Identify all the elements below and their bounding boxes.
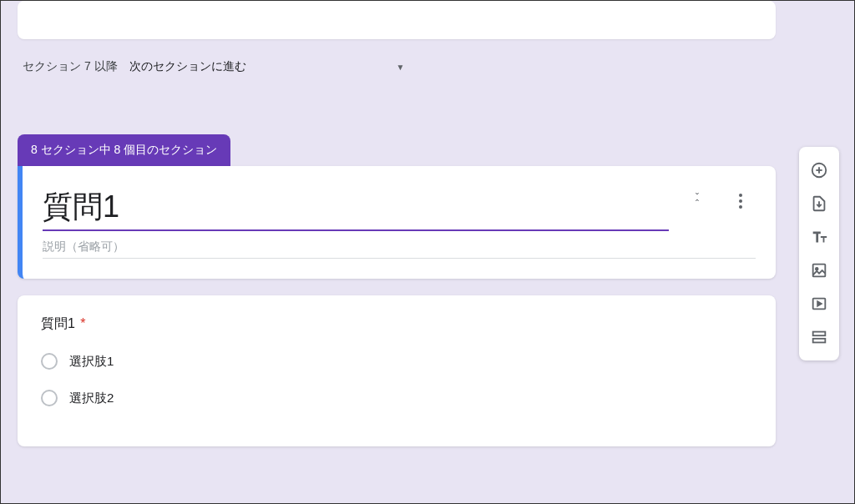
section-nav-dropdown[interactable]: 次のセクションに進む ▼ [129,59,405,74]
add-question-button[interactable] [802,154,836,187]
svg-point-5 [816,268,818,270]
radio-icon [41,390,58,406]
radio-icon [41,353,58,370]
add-video-button[interactable] [802,287,836,320]
question-title-text: 質問1 [41,316,75,330]
section-description-input[interactable] [43,231,756,259]
option-label: 選択肢2 [69,391,114,406]
section-navigation: セクション 7 以降 次のセクションに進む ▼ [18,49,776,94]
section-nav-label: セクション 7 以降 [23,59,118,74]
add-section-icon [810,328,828,346]
question-title: 質問1 * [41,315,752,333]
section-header-card[interactable]: ˇˆ [18,166,776,279]
section-nav-dropdown-value: 次のセクションに進む [129,59,246,74]
add-image-button[interactable] [802,254,836,287]
floating-toolbar [799,147,839,360]
option-label: 選択肢1 [69,354,114,370]
option-row[interactable]: 選択肢2 [41,390,752,406]
chevron-down-icon: ▼ [397,63,405,72]
text-title-icon [810,228,828,246]
question-card[interactable]: 質問1 * 選択肢1 選択肢2 [18,295,776,446]
section-title-input[interactable] [43,186,669,231]
collapse-section-button[interactable]: ˇˆ [682,186,712,216]
more-options-button[interactable] [726,186,756,216]
add-title-button[interactable] [802,220,836,254]
option-row[interactable]: 選択肢1 [41,353,752,370]
more-vertical-icon [739,194,742,209]
svg-rect-8 [813,339,826,343]
import-questions-button[interactable] [802,187,836,220]
section-count-badge: 8 セクション中 8 個目のセクション [18,134,230,166]
previous-card-fragment [18,1,776,39]
required-star-icon: * [80,316,85,330]
add-circle-icon [810,161,828,179]
video-icon [810,295,828,313]
svg-rect-4 [813,265,826,277]
add-section-button[interactable] [802,320,836,354]
import-icon [810,194,828,213]
collapse-icon: ˇˆ [696,194,699,208]
svg-rect-7 [813,332,826,336]
image-icon [810,261,828,280]
